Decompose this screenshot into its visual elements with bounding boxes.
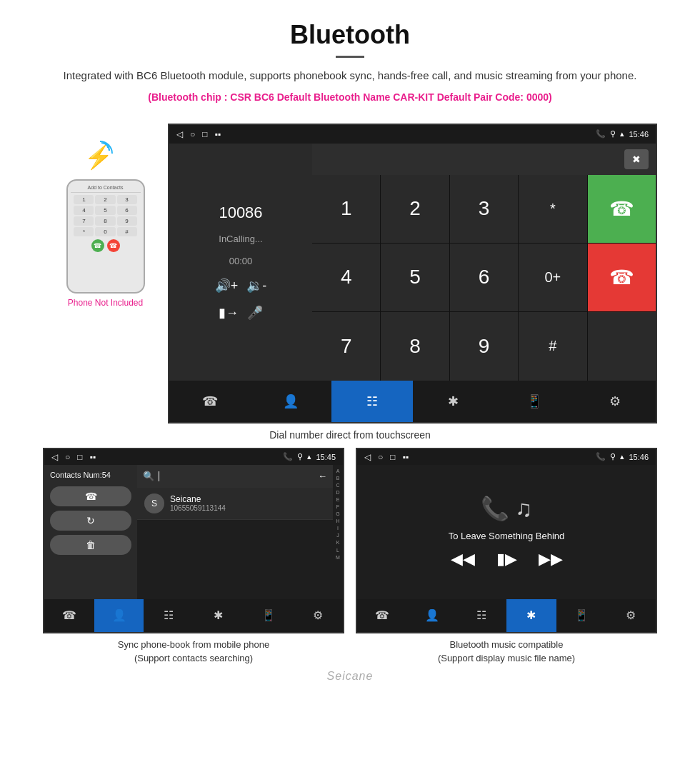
sync-btn[interactable]: ↻ [50,511,131,531]
alpha-c[interactable]: C [336,482,339,488]
key-9[interactable]: 9 [450,312,518,380]
phone-aside: ⚡ Add to Contacts 1 2 3 4 5 6 7 8 9 [43,124,168,308]
dialer-body: 10086 InCalling... 00:00 🔊+ 🔉- ▮→ 🎤 ✖ [169,144,656,381]
alpha-d[interactable]: D [336,489,339,496]
phone-mockup: Add to Contacts 1 2 3 4 5 6 7 8 9 * 0 # … [66,179,145,294]
music-note-art: ♫ [515,496,532,522]
recents-icon: □ [202,129,207,139]
phone-key-3: 3 [117,195,137,204]
contacts-nav-contacts[interactable]: 👤 [94,599,144,632]
music-nav-transfer[interactable]: 📱 [556,599,606,632]
alpha-j[interactable]: J [336,532,339,538]
alpha-h[interactable]: H [336,518,339,524]
music-home-icon: ○ [378,452,383,462]
music-screen: ◁ ○ □ ▪▪ 📞 ⚲ ▴ 15:46 📞 ♫ To Leave [356,448,657,633]
key-empty [588,312,656,380]
music-bottom-nav: ☎ 👤 ☷ ✱ 📱 ⚙ [357,599,656,632]
contacts-bottom-nav: ☎ 👤 ☷ ✱ 📱 ⚙ [44,599,343,632]
contacts-clock: 15:45 [316,453,336,461]
nav-settings[interactable]: ⚙ [575,381,656,422]
alpha-a[interactable]: A [336,468,340,474]
key-3[interactable]: 3 [450,175,518,243]
transfer-icon[interactable]: ▮→ [219,305,239,321]
volume-down-icon[interactable]: 🔉- [246,278,266,294]
call-contact-btn[interactable]: ☎ [50,486,131,506]
call-button[interactable]: ☎ [588,175,656,243]
phone-key-7: 7 [74,216,94,226]
nav-keypad[interactable]: ☷ [331,381,413,422]
nav-bluetooth[interactable]: ✱ [413,381,494,422]
bottom-screens-row: ◁ ○ □ ▪▪ 📞 ⚲ ▴ 15:45 Contacts Num:54 ☎ [0,448,700,666]
music-nav-phone[interactable]: ☎ [357,599,407,632]
end-call-button[interactable]: ☎ [588,244,656,311]
alpha-m[interactable]: M [336,554,340,561]
key-4[interactable]: 4 [312,244,380,311]
search-icon: 🔍 [143,471,154,481]
contacts-nav-phone[interactable]: ☎ [44,599,94,632]
music-status-bar: ◁ ○ □ ▪▪ 📞 ⚲ ▴ 15:46 [357,449,656,465]
key-hash[interactable]: # [519,312,586,380]
alpha-l[interactable]: L [336,547,339,553]
contacts-screen: ◁ ○ □ ▪▪ 📞 ⚲ ▴ 15:45 Contacts Num:54 ☎ [43,448,344,633]
next-chapter-button[interactable]: ▮▶ [496,550,517,568]
nav-contacts[interactable]: 👤 [251,381,332,422]
contacts-body: Contacts Num:54 ☎ ↻ 🗑 🔍 ← S [44,465,343,599]
music-phone-art: 📞 [481,495,509,522]
phone-key-5: 5 [95,206,115,215]
delete-btn[interactable]: 🗑 [50,535,131,555]
key-5[interactable]: 5 [381,244,449,311]
key-0plus[interactable]: 0+ [519,244,586,311]
key-6[interactable]: 6 [450,244,518,311]
contacts-nav-settings[interactable]: ⚙ [293,599,343,632]
contacts-nav-transfer[interactable]: 📱 [244,599,294,632]
contacts-status-bar: ◁ ○ □ ▪▪ 📞 ⚲ ▴ 15:45 [44,449,343,465]
contacts-notif-icon: ▪▪ [90,452,96,462]
phone-not-included-label: Phone Not Included [68,298,143,308]
key-7[interactable]: 7 [312,312,380,380]
contacts-left-panel: Contacts Num:54 ☎ ↻ 🗑 [44,465,137,599]
search-cursor [159,471,159,481]
alpha-i[interactable]: I [337,525,339,531]
key-2[interactable]: 2 [381,175,449,243]
key-1[interactable]: 1 [312,175,380,243]
key-8[interactable]: 8 [381,312,449,380]
music-nav-contacts[interactable]: 👤 [407,599,457,632]
music-nav-bluetooth[interactable]: ✱ [506,599,556,632]
next-track-button[interactable]: ▶▶ [539,550,563,568]
title-divider [336,56,364,58]
phone-key-hash: # [117,227,137,236]
music-recents-icon: □ [390,452,395,462]
contacts-nav-keypad[interactable]: ☷ [144,599,194,632]
key-star[interactable]: * [519,175,586,243]
contacts-home-icon: ○ [65,452,70,462]
contacts-nav-bluetooth[interactable]: ✱ [194,599,244,632]
alpha-g[interactable]: G [336,511,339,517]
nav-phone[interactable]: ☎ [169,381,251,422]
alpha-e[interactable]: E [336,496,340,503]
notification-icon: ▪▪ [215,129,221,139]
bluetooth-specs: (Bluetooth chip : CSR BC6 Default Blueto… [43,90,657,105]
contacts-wifi-icon: ▴ [307,452,311,461]
contact-info: Seicane 10655059113144 [170,494,226,512]
mute-icon[interactable]: 🎤 [247,305,263,321]
status-bar-left: ◁ ○ □ ▪▪ [176,129,221,139]
alpha-b[interactable]: B [336,475,340,481]
music-nav-settings[interactable]: ⚙ [606,599,656,632]
nav-transfer[interactable]: 📱 [494,381,575,422]
header-description: Integrated with BC6 Bluetooth module, su… [43,68,657,84]
phone-end-icon: ☎ [107,239,120,252]
alpha-k[interactable]: K [336,539,340,546]
location-icon: ⚲ [610,129,616,139]
signal-arc-3 [100,141,113,154]
alpha-f[interactable]: F [336,503,339,510]
search-back-icon: ← [318,471,327,481]
volume-up-icon[interactable]: 🔊+ [215,278,239,294]
page-title: Bluetooth [43,20,657,50]
music-song-title: To Leave Something Behind [449,531,565,541]
music-nav-keypad[interactable]: ☷ [456,599,506,632]
contact-list-item[interactable]: S Seicane 10655059113144 [137,488,333,520]
phone-screen-label: Add to Contacts [71,185,141,193]
prev-track-button[interactable]: ◀◀ [451,550,475,568]
volume-controls: 🔊+ 🔉- [215,278,267,294]
backspace-button[interactable]: ✖ [624,149,649,169]
